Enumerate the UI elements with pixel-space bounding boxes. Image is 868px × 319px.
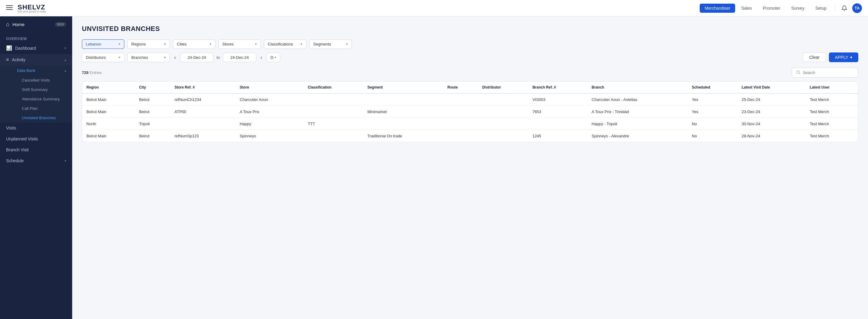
sidebar-item-call-plan[interactable]: Call Plan [6,104,72,113]
sidebar-item-attendance-summary[interactable]: Attendance Summary [6,94,72,104]
hamburger-icon[interactable] [6,5,13,11]
logo-text: SHELVZ [18,3,45,11]
table-cell-3: Spinneys [235,130,304,142]
search-input[interactable] [803,70,854,75]
date-from: 24-Dec-24 [180,53,214,62]
apply-button[interactable]: APPLY ▾ [829,53,858,62]
filter-segments[interactable]: Segments ▾ [309,39,352,49]
sidebar-overview-label: Overview [0,32,72,42]
avatar[interactable]: TA [852,3,862,13]
filter-distributors[interactable]: Distributors ▾ [82,53,124,62]
filter-stores[interactable]: Stores ▾ [218,39,261,49]
table-cell-2: refNumCh1234 [170,93,235,106]
table-row: Beirut MainBeirutrefNumSp123SpinneysTrad… [82,130,858,142]
activity-icon: ≡ [6,57,9,62]
dashboard-icon: 📊 [6,45,12,51]
table-cell-11: 30-Nov-24 [737,118,805,130]
table-cell-6 [443,93,478,106]
period-chevron-icon: ▾ [275,56,276,59]
page-title: UNVISITED BRANCHES [82,25,858,33]
table-cell-0: Beirut Main [82,106,135,118]
sidebar-item-unplanned-visits-left: Unplanned Visits [6,136,38,141]
date-prev-button[interactable]: ‹ [173,54,177,61]
filter-cities[interactable]: Cities ▾ [173,39,215,49]
sidebar-item-visits[interactable]: Visits [0,123,72,133]
activity-chevron-icon: ▴ [65,58,66,62]
filters-row-2: Distributors ▾ Branches ▾ ‹ 24-Dec-24 to… [82,53,858,62]
search-box [792,68,858,77]
nav-tabs: Merchandiser Sales Promoter Survey Setup… [700,3,862,14]
tab-sales[interactable]: Sales [736,4,757,13]
table-cell-0: Beirut Main [82,130,135,142]
filter-cities-text: Cities [177,42,208,46]
databank-chevron-icon: ▴ [65,69,66,72]
regions-chevron-icon: ▾ [164,42,166,46]
col-region: Region [82,82,135,93]
table-cell-6 [443,118,478,130]
sidebar-item-branch-visit-label: Branch Visit [6,147,29,152]
apply-chevron-icon: ▾ [850,55,852,60]
sidebar-item-schedule-label: Schedule [6,158,24,163]
logo-sub: Get your goods in order [18,10,46,13]
filter-actions: Clear APPLY ▾ [803,53,858,62]
home-icon: ⌂ [6,21,9,28]
sidebar-item-shift-summary[interactable]: Shift Summary [6,85,72,94]
table-cell-9: A Toux Prix - Trinidad [587,106,687,118]
date-to: 24-Dec-24 [223,53,256,62]
col-distributor: Distributor [478,82,528,93]
filter-segments-text: Segments [313,42,344,46]
sidebar-item-unvisited-branches[interactable]: Unvisited Branches [6,113,72,123]
table-cell-10: Yes [687,93,737,106]
filter-branches[interactable]: Branches ▾ [127,53,170,62]
sidebar-item-dashboard-left: 📊 Dashboard [6,45,36,51]
data-table: Region City Store Ref. # Store Classific… [82,82,858,142]
col-branch-ref: Branch Ref. # [528,82,587,93]
tab-promoter[interactable]: Promoter [758,4,785,13]
sidebar-item-activity[interactable]: ≡ Activity ▴ [0,54,72,65]
tab-setup[interactable]: Setup [810,4,831,13]
segments-chevron-icon: ▾ [346,42,348,46]
sidebar-item-databank[interactable]: Data Bank ▴ [6,65,72,75]
period-select-text: D [271,55,273,60]
sidebar-item-branch-visit-left: Branch Visit [6,147,29,152]
sidebar-item-unplanned-visits[interactable]: Unplanned Visits [0,133,72,144]
table-cell-5 [363,93,443,106]
sidebar-item-cancelled-visits[interactable]: Cancelled Visits [6,75,72,85]
sidebar-item-dashboard[interactable]: 📊 Dashboard ▾ [0,42,72,54]
filter-classifications[interactable]: Classifications ▾ [264,39,306,49]
table-cell-10: Yes [687,106,737,118]
period-select[interactable]: D ▾ [267,53,280,62]
table-cell-8: VIS003 [528,93,587,106]
table-cell-1: Beirut [135,106,170,118]
sidebar-item-dashboard-label: Dashboard [15,46,36,51]
tab-merchandiser[interactable]: Merchandiser [700,4,735,13]
sidebar-item-activity-left: ≡ Activity [6,57,26,62]
svg-line-4 [799,73,800,74]
layout: ⌂ Home NEW Overview 📊 Dashboard ▾ ≡ Acti… [0,0,868,319]
table-cell-3: Happy [235,118,304,130]
date-next-button[interactable]: › [259,54,264,61]
notification-icon[interactable] [839,3,850,14]
sidebar-databank-sub: Cancelled Visits Shift Summary Attendanc… [6,75,72,123]
dashboard-chevron-icon: ▾ [65,46,66,50]
table-cell-8 [528,118,587,130]
sidebar-item-activity-label: Activity [12,57,25,62]
classifications-chevron-icon: ▾ [301,42,302,46]
filter-country[interactable]: Lebanon ▾ [82,39,124,49]
clear-button[interactable]: Clear [803,53,826,62]
table-cell-1: Beirut [135,130,170,142]
sidebar-home[interactable]: ⌂ Home NEW [0,17,72,32]
table-cell-7 [478,93,528,106]
tab-survey[interactable]: Survey [786,4,809,13]
table-cell-12: Test Merch [806,130,858,142]
table-cell-11: 25-Dec-24 [737,93,805,106]
sidebar-home-label: Home [12,22,25,27]
sidebar-item-visits-label: Visits [6,126,16,130]
col-route: Route [443,82,478,93]
filter-regions[interactable]: Regions ▾ [127,39,170,49]
table-cell-0: North [82,118,135,130]
sidebar-item-schedule[interactable]: Schedule ▾ [0,155,72,166]
table-cell-9: Spinneys - Alexandre [587,130,687,142]
sidebar-item-branch-visit[interactable]: Branch Visit [0,144,72,155]
filter-country-text: Lebanon [86,42,117,46]
